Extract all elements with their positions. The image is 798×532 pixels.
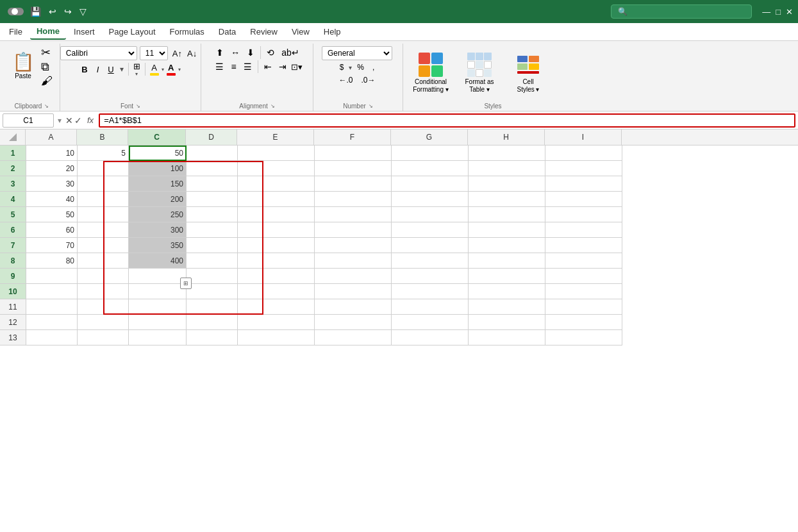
cell-F10[interactable]	[315, 284, 392, 299]
cell-H1[interactable]	[469, 145, 545, 161]
row-header-10[interactable]: 10	[0, 284, 26, 299]
text-direction-button[interactable]: ⟲	[264, 46, 277, 59]
cell-H5[interactable]	[469, 207, 545, 222]
cell-D3[interactable]	[187, 176, 238, 192]
restore-icon[interactable]: □	[776, 7, 781, 17]
cell-F11[interactable]	[315, 299, 392, 315]
cell-D12[interactable]	[187, 315, 238, 330]
col-header-C[interactable]: C	[128, 129, 186, 145]
search-box[interactable]: 🔍	[611, 4, 752, 19]
cell-I3[interactable]	[545, 176, 622, 192]
cell-F4[interactable]	[315, 192, 392, 207]
currency-dropdown[interactable]: ▾	[349, 64, 352, 71]
cell-F6[interactable]	[315, 222, 392, 238]
increase-decimal-button[interactable]: .0→	[358, 74, 379, 86]
formula-input[interactable]	[99, 113, 795, 128]
row-header-7[interactable]: 7	[0, 238, 26, 253]
cell-B4[interactable]	[78, 192, 129, 207]
menu-view[interactable]: View	[285, 24, 316, 39]
cell-C9[interactable]	[129, 269, 187, 284]
cell-B3[interactable]	[78, 176, 129, 192]
cell-B13[interactable]	[78, 330, 129, 345]
cell-F1[interactable]	[315, 145, 392, 161]
cell-H2[interactable]	[469, 161, 545, 176]
cell-A1[interactable]: 10	[26, 145, 78, 161]
font-expand-icon[interactable]: ↘	[136, 103, 140, 109]
row-header-3[interactable]: 3	[0, 176, 26, 192]
cell-E10[interactable]	[238, 284, 315, 299]
cell-D8[interactable]	[187, 253, 238, 269]
cell-F3[interactable]	[315, 176, 392, 192]
fill-color-dropdown[interactable]: ▾	[162, 67, 164, 72]
font-size-select[interactable]: 11	[140, 46, 168, 60]
autofill-handle[interactable]: ⊞	[180, 278, 192, 289]
cell-styles-button[interactable]: CellStyles ▾	[506, 50, 551, 96]
row-header-2[interactable]: 2	[0, 161, 26, 176]
cell-D6[interactable]	[187, 222, 238, 238]
row-header-8[interactable]: 8	[0, 253, 26, 269]
cut-button[interactable]: ✂	[39, 46, 54, 59]
cell-A7[interactable]: 70	[26, 238, 78, 253]
cell-E2[interactable]	[238, 161, 315, 176]
underline-button[interactable]: U	[104, 64, 117, 75]
clipboard-expand-icon[interactable]: ↘	[44, 103, 49, 109]
cell-E4[interactable]	[238, 192, 315, 207]
cell-I2[interactable]	[545, 161, 622, 176]
cell-D10[interactable]	[187, 284, 238, 299]
name-box-dropdown[interactable]: ▾	[56, 116, 63, 125]
cell-G11[interactable]	[392, 299, 469, 315]
currency-button[interactable]: $	[337, 62, 347, 73]
number-expand-icon[interactable]: ↘	[369, 103, 373, 109]
format-as-table-button[interactable]: Format asTable ▾	[457, 50, 502, 96]
cell-H11[interactable]	[469, 299, 545, 315]
cell-D9[interactable]	[187, 269, 238, 284]
cell-D1[interactable]	[187, 145, 238, 161]
italic-button[interactable]: I	[94, 64, 103, 75]
name-box[interactable]	[3, 113, 54, 128]
cell-H9[interactable]	[469, 269, 545, 284]
cell-A11[interactable]	[26, 299, 78, 315]
autosave-toggle[interactable]	[8, 8, 24, 15]
cell-D11[interactable]	[187, 299, 238, 315]
cell-E7[interactable]	[238, 238, 315, 253]
col-header-E[interactable]: E	[237, 129, 314, 145]
col-header-B[interactable]: B	[77, 129, 128, 145]
font-decrease-button[interactable]: A↓	[185, 48, 199, 59]
cell-D5[interactable]	[187, 207, 238, 222]
cancel-formula-icon[interactable]: ✕	[65, 115, 73, 126]
cell-A4[interactable]: 40	[26, 192, 78, 207]
cell-A3[interactable]: 30	[26, 176, 78, 192]
cell-E13[interactable]	[238, 330, 315, 345]
row-header-6[interactable]: 6	[0, 222, 26, 238]
cell-H12[interactable]	[469, 315, 545, 330]
cell-F12[interactable]	[315, 315, 392, 330]
cell-B6[interactable]	[78, 222, 129, 238]
cell-I4[interactable]	[545, 192, 622, 207]
cell-I9[interactable]	[545, 269, 622, 284]
row-header-9[interactable]: 9	[0, 269, 26, 284]
percent-button[interactable]: %	[354, 62, 367, 73]
cell-E3[interactable]	[238, 176, 315, 192]
cell-A5[interactable]: 50	[26, 207, 78, 222]
cell-D4[interactable]	[187, 192, 238, 207]
cell-G9[interactable]	[392, 269, 469, 284]
cell-B8[interactable]	[78, 253, 129, 269]
cell-F8[interactable]	[315, 253, 392, 269]
cell-I6[interactable]	[545, 222, 622, 238]
col-header-G[interactable]: G	[391, 129, 468, 145]
cell-D13[interactable]	[187, 330, 238, 345]
format-painter-button[interactable]: 🖌	[39, 74, 54, 87]
cell-H7[interactable]	[469, 238, 545, 253]
cell-G12[interactable]	[392, 315, 469, 330]
borders-button[interactable]: ⊞ ▾	[133, 62, 140, 77]
cell-A12[interactable]	[26, 315, 78, 330]
cell-B11[interactable]	[78, 299, 129, 315]
cell-B12[interactable]	[78, 315, 129, 330]
cell-B7[interactable]	[78, 238, 129, 253]
font-color-button[interactable]: A	[167, 63, 176, 76]
indent-decrease-button[interactable]: ⇤	[262, 60, 274, 73]
col-header-I[interactable]: I	[545, 129, 622, 145]
menu-insert[interactable]: Insert	[67, 24, 101, 39]
cell-A8[interactable]: 80	[26, 253, 78, 269]
align-middle-button[interactable]: ↔	[228, 46, 242, 59]
